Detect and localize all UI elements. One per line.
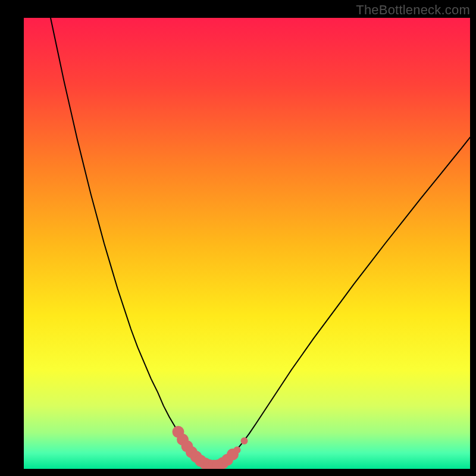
gradient-background — [24, 18, 470, 469]
plot-area — [24, 18, 470, 469]
trough-marker — [241, 437, 248, 444]
watermark-label: TheBottleneck.com — [356, 2, 470, 18]
chart-frame: TheBottleneck.com — [0, 0, 476, 476]
chart-svg — [24, 18, 470, 469]
trough-marker — [234, 446, 241, 453]
